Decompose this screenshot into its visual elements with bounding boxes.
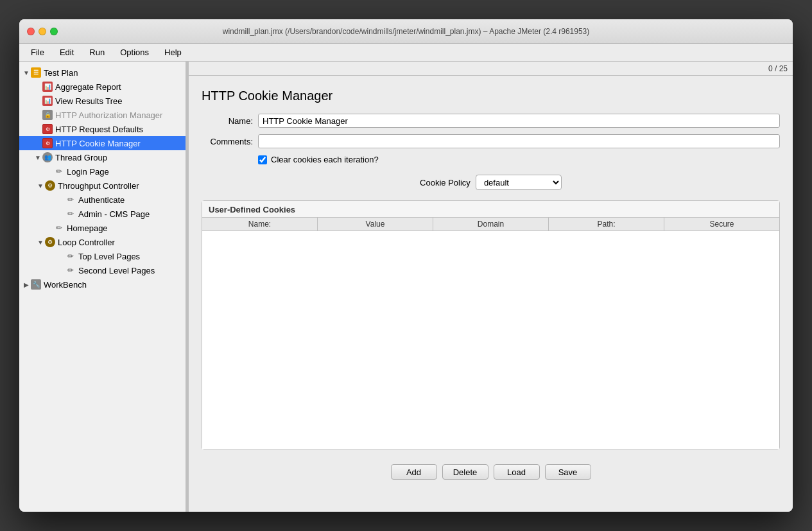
sidebar-label-top-level-pages: Top Level Pages xyxy=(78,252,140,261)
aggregate-report-icon: 📊 xyxy=(42,82,53,92)
sidebar-item-view-results-tree[interactable]: ▶ 📊 View Results Tree xyxy=(19,94,186,108)
sidebar-label-auth-manager: HTTP Authorization Manager xyxy=(55,110,162,120)
sidebar-label-login-page: Login Page xyxy=(67,167,109,177)
sidebar-item-http-auth-manager[interactable]: ▶ 🔒 HTTP Authorization Manager xyxy=(19,108,186,122)
sidebar-label-cookie-manager: HTTP Cookie Manager xyxy=(55,139,141,148)
minimize-button[interactable] xyxy=(39,28,46,35)
sidebar-item-second-level-pages[interactable]: ▶ ✏ Second Level Pages xyxy=(19,263,186,277)
menu-help[interactable]: Help xyxy=(158,46,188,58)
sidebar-item-http-cookie-manager[interactable]: ▶ ⚙ HTTP Cookie Manager xyxy=(19,136,186,150)
expander-icon: ▼ xyxy=(36,182,45,189)
close-button[interactable] xyxy=(27,28,35,35)
login-page-icon: ✏ xyxy=(54,166,64,177)
bottom-buttons: Add Delete Load Save xyxy=(202,458,780,486)
sidebar-label-view-results-tree: View Results Tree xyxy=(55,96,123,106)
second-level-pages-icon: ✏ xyxy=(65,265,76,275)
sidebar-item-http-request-defaults[interactable]: ▶ ⚙ HTTP Request Defaults xyxy=(19,122,186,136)
sidebar-label-homepage: Homepage xyxy=(67,223,108,233)
sidebar-label-authenticate: Authenticate xyxy=(78,195,125,205)
sidebar-item-throughput-controller[interactable]: ▼ ⚙ Throughput Controller xyxy=(19,178,186,193)
panel-title: HTTP Cookie Manager xyxy=(202,89,780,103)
throughput-controller-icon: ⚙ xyxy=(45,180,55,191)
workbench-icon: 🔧 xyxy=(31,279,41,290)
comments-row: Comments: xyxy=(202,134,780,148)
comments-label: Comments: xyxy=(202,137,253,146)
view-results-icon: 📊 xyxy=(42,96,53,106)
menu-options[interactable]: Options xyxy=(114,46,155,58)
clear-cookies-row: Clear cookies each iteration? xyxy=(258,155,780,164)
user-cookies-title: User-Defined Cookies xyxy=(202,201,779,218)
sidebar-item-aggregate-report[interactable]: ▶ 📊 Aggregate Report xyxy=(19,80,186,94)
sidebar-item-thread-group[interactable]: ▼ 👥 Thread Group xyxy=(19,150,186,164)
titlebar: windmill_plan.jmx (/Users/brandon/code/w… xyxy=(19,19,793,44)
expander-icon: ▶ xyxy=(22,281,31,288)
cookies-table-body xyxy=(202,231,779,449)
main-area: ▼ ☰ Test Plan ▶ 📊 Aggregate Report ▶ 📊 V… xyxy=(19,62,793,512)
auth-manager-icon: 🔒 xyxy=(42,110,53,120)
sidebar-label-loop-controller: Loop Controller xyxy=(58,238,115,247)
thread-group-icon: 👥 xyxy=(42,152,53,162)
expander-icon: ▼ xyxy=(36,239,45,246)
window-title: windmill_plan.jmx (/Users/brandon/code/w… xyxy=(223,27,590,36)
expander-icon: ▼ xyxy=(33,154,42,161)
traffic-lights[interactable] xyxy=(27,28,58,35)
test-plan-icon: ☰ xyxy=(31,67,41,78)
menu-run[interactable]: Run xyxy=(83,46,111,58)
sidebar-label-aggregate-report: Aggregate Report xyxy=(55,82,121,92)
menu-file[interactable]: File xyxy=(24,46,51,58)
menubar: File Edit Run Options Help xyxy=(19,44,793,62)
admin-cms-page-icon: ✏ xyxy=(65,209,76,219)
sidebar-item-admin-cms-page[interactable]: ▶ ✏ Admin - CMS Page xyxy=(19,207,186,221)
sidebar-label-throughput-controller: Throughput Controller xyxy=(58,181,139,191)
sidebar-item-login-page[interactable]: ▶ ✏ Login Page xyxy=(19,164,186,178)
homepage-icon: ✏ xyxy=(54,223,64,233)
loop-controller-icon: ⚙ xyxy=(45,237,55,247)
sidebar-item-authenticate[interactable]: ▶ ✏ Authenticate xyxy=(19,193,186,207)
content-area: 0 / 25 HTTP Cookie Manager Name: Comment… xyxy=(189,62,793,512)
sidebar-item-test-plan[interactable]: ▼ ☰ Test Plan xyxy=(19,65,186,80)
col-name: Name: xyxy=(202,218,318,231)
delete-button[interactable]: Delete xyxy=(442,464,488,480)
col-domain: Domain xyxy=(433,218,549,231)
authenticate-icon: ✏ xyxy=(65,195,76,205)
sidebar-label-second-level-pages: Second Level Pages xyxy=(78,266,155,275)
comments-field[interactable] xyxy=(258,134,780,148)
top-level-pages-icon: ✏ xyxy=(65,251,76,261)
sidebar-label-thread-group: Thread Group xyxy=(55,153,107,162)
expander-icon: ▼ xyxy=(22,69,31,76)
counter-bar: 0 / 25 xyxy=(189,62,793,76)
sidebar-item-loop-controller[interactable]: ▼ ⚙ Loop Controller xyxy=(19,235,186,249)
sidebar-item-workbench[interactable]: ▶ 🔧 WorkBench xyxy=(19,277,186,292)
request-defaults-icon: ⚙ xyxy=(42,124,53,134)
add-button[interactable]: Add xyxy=(391,464,437,480)
menu-edit[interactable]: Edit xyxy=(53,46,80,58)
name-field[interactable] xyxy=(258,114,780,128)
col-secure: Secure xyxy=(664,218,779,231)
sidebar: ▼ ☰ Test Plan ▶ 📊 Aggregate Report ▶ 📊 V… xyxy=(19,62,186,512)
maximize-button[interactable] xyxy=(50,28,58,35)
content-panel: HTTP Cookie Manager Name: Comments: Clea… xyxy=(189,76,793,512)
user-cookies-section: User-Defined Cookies Name: Value Domain … xyxy=(202,200,780,450)
clear-cookies-checkbox[interactable] xyxy=(258,155,267,164)
cookie-policy-row: Cookie Policy default compatibility rfc2… xyxy=(202,175,780,190)
sidebar-item-top-level-pages[interactable]: ▶ ✏ Top Level Pages xyxy=(19,249,186,263)
col-path: Path: xyxy=(549,218,664,231)
cookie-policy-select[interactable]: default compatibility rfc2109 rfc2965 ig… xyxy=(476,175,562,190)
clear-cookies-label: Clear cookies each iteration? xyxy=(271,155,379,164)
sidebar-label-workbench: WorkBench xyxy=(44,280,87,290)
sidebar-label-admin-cms-page: Admin - CMS Page xyxy=(78,209,150,219)
sidebar-label-request-defaults: HTTP Request Defaults xyxy=(55,125,143,134)
cookie-manager-icon: ⚙ xyxy=(42,138,53,148)
cookie-policy-label: Cookie Policy xyxy=(420,178,471,187)
name-label: Name: xyxy=(202,116,253,126)
save-button[interactable]: Save xyxy=(545,464,591,480)
col-value: Value xyxy=(318,218,433,231)
name-row: Name: xyxy=(202,114,780,128)
main-window: windmill_plan.jmx (/Users/brandon/code/w… xyxy=(19,19,793,512)
cookies-table-header: Name: Value Domain Path: Secure xyxy=(202,218,779,231)
sidebar-label-test-plan: Test Plan xyxy=(44,68,78,78)
sidebar-item-homepage[interactable]: ▶ ✏ Homepage xyxy=(19,221,186,235)
load-button[interactable]: Load xyxy=(494,464,540,480)
counter-value: 0 / 25 xyxy=(768,64,788,73)
